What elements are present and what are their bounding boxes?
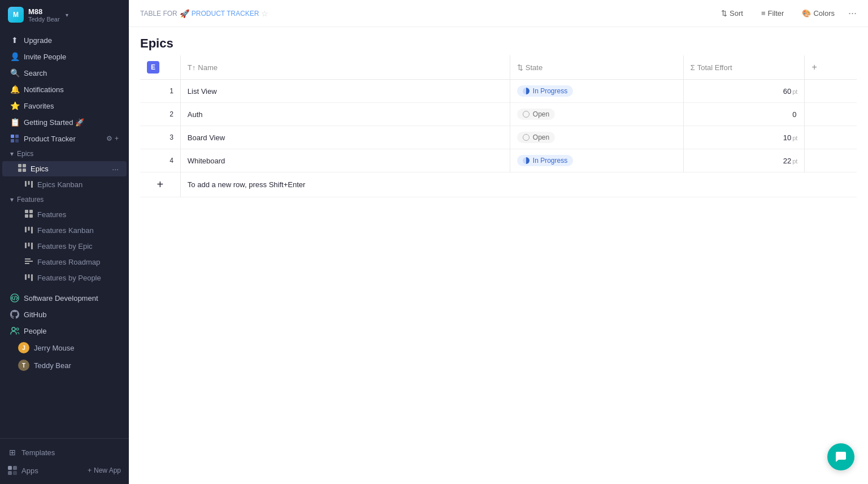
sidebar-item-features-roadmap[interactable]: Features Roadmap bbox=[2, 254, 127, 270]
notifications-label: Notifications bbox=[24, 85, 64, 94]
features-by-epic-label: Features by Epic bbox=[37, 242, 93, 250]
sidebar-item-epics-kanban[interactable]: Epics Kanban bbox=[2, 177, 127, 192]
svg-rect-31 bbox=[13, 466, 17, 470]
more-button[interactable]: ··· bbox=[848, 7, 857, 19]
svg-point-29 bbox=[16, 328, 19, 330]
breadcrumb-prefix: TABLE FOR bbox=[140, 10, 177, 18]
sidebar-item-templates[interactable]: ⊞ Templates bbox=[0, 443, 129, 461]
new-app-label: New App bbox=[94, 466, 121, 474]
sidebar-item-notifications[interactable]: 🔔 Notifications bbox=[2, 81, 127, 97]
svg-rect-20 bbox=[31, 243, 33, 249]
sidebar-item-features-by-epic[interactable]: Features by Epic bbox=[2, 239, 127, 254]
sidebar-item-epics[interactable]: Epics ··· bbox=[2, 161, 127, 176]
features-by-epic-icon bbox=[25, 241, 33, 251]
row-state-2[interactable]: Open bbox=[510, 103, 683, 126]
features-collapse-icon: ▾ bbox=[10, 196, 14, 204]
row-name-3[interactable]: Board View bbox=[180, 126, 510, 149]
state-badge-4[interactable]: In Progress bbox=[517, 155, 573, 166]
new-row-hint: To add a new row, press Shift+Enter bbox=[180, 172, 857, 197]
row-effort-2: 0 bbox=[683, 103, 805, 126]
favorites-label: Favorites bbox=[24, 102, 54, 110]
state-badge-2[interactable]: Open bbox=[517, 109, 555, 120]
sidebar-item-people[interactable]: People bbox=[2, 323, 127, 339]
new-app-action[interactable]: + New App bbox=[88, 466, 121, 474]
product-tracker-settings-icon[interactable]: ⚙ bbox=[106, 135, 112, 142]
sidebar-item-teddy[interactable]: T Teddy Bear bbox=[2, 357, 127, 374]
svg-rect-15 bbox=[25, 227, 27, 232]
sidebar-item-features-kanban[interactable]: Features Kanban bbox=[2, 223, 127, 238]
state-label-3: Open bbox=[533, 133, 549, 141]
sidebar-item-invite[interactable]: 👤 Invite People bbox=[2, 49, 127, 64]
state-badge-3[interactable]: Open bbox=[517, 132, 555, 143]
row-num-3: 3 bbox=[140, 126, 180, 149]
state-badge-1[interactable]: In Progress bbox=[517, 85, 573, 97]
svg-rect-10 bbox=[31, 181, 33, 188]
row-name-1[interactable]: List View bbox=[180, 80, 510, 103]
row-state-1[interactable]: In Progress bbox=[510, 80, 683, 103]
workspace-header[interactable]: M M88 Teddy Bear ▾ bbox=[0, 0, 129, 29]
software-dev-label: Software Development bbox=[24, 294, 98, 302]
new-app-button[interactable]: + New App bbox=[88, 466, 121, 474]
sidebar-item-product-tracker[interactable]: Product Tracker ⚙ + bbox=[2, 131, 127, 146]
svg-rect-26 bbox=[31, 274, 33, 281]
sort-button[interactable]: ⇅ Sort bbox=[717, 7, 748, 20]
svg-rect-12 bbox=[29, 210, 33, 213]
features-roadmap-label: Features Roadmap bbox=[37, 258, 100, 266]
row-name-4[interactable]: Whiteboard bbox=[180, 149, 510, 172]
th-effort[interactable]: Σ Total Effort bbox=[683, 55, 805, 80]
row-num-2: 2 bbox=[140, 103, 180, 126]
row-name-2[interactable]: Auth bbox=[180, 103, 510, 126]
sidebar-item-favorites[interactable]: ⭐ Favorites bbox=[2, 98, 127, 114]
th-name-label: Name bbox=[198, 63, 218, 72]
epics-grid-icon bbox=[18, 164, 26, 174]
svg-rect-5 bbox=[23, 164, 26, 167]
filter-icon: ≡ bbox=[761, 9, 766, 18]
epics-section-header[interactable]: ▾ Epics bbox=[2, 148, 127, 160]
epics-label: Epics bbox=[31, 165, 49, 173]
breadcrumb: TABLE FOR 🚀 PRODUCT TRACKER ☆ bbox=[140, 9, 268, 18]
th-name[interactable]: T↑ Name bbox=[180, 55, 510, 80]
th-state-icon: ⇅ bbox=[517, 63, 523, 72]
filter-button[interactable]: ≡ Filter bbox=[757, 7, 788, 20]
svg-rect-2 bbox=[11, 139, 14, 142]
sort-icon: ⇅ bbox=[721, 9, 727, 18]
sidebar-item-github[interactable]: GitHub bbox=[2, 306, 127, 322]
sidebar-item-features-by-people[interactable]: Features by People bbox=[2, 270, 127, 286]
getting-started-icon: 📋 bbox=[10, 118, 19, 127]
svg-rect-13 bbox=[25, 214, 28, 218]
th-add-column[interactable]: + bbox=[805, 55, 857, 80]
row-effort-1: 60pt bbox=[683, 80, 805, 103]
table-row: 4 Whiteboard In Progress 22pt bbox=[140, 149, 857, 172]
sidebar-item-getting-started[interactable]: 📋 Getting Started 🚀 bbox=[2, 114, 127, 130]
state-label-4: In Progress bbox=[533, 157, 567, 165]
breadcrumb-link[interactable]: PRODUCT TRACKER bbox=[192, 10, 259, 18]
th-state[interactable]: ⇅ State bbox=[510, 55, 683, 80]
sidebar-item-features[interactable]: Features bbox=[2, 207, 127, 222]
row-state-3[interactable]: Open bbox=[510, 126, 683, 149]
effort-value-3: 10 bbox=[783, 133, 791, 142]
sidebar-item-jerry[interactable]: J Jerry Mouse bbox=[2, 339, 127, 356]
row-extra-1 bbox=[805, 80, 857, 103]
sidebar-item-upgrade[interactable]: ⬆ Upgrade bbox=[2, 32, 127, 48]
svg-rect-19 bbox=[28, 243, 30, 247]
chat-bubble[interactable] bbox=[827, 443, 854, 470]
svg-rect-33 bbox=[13, 471, 17, 475]
new-row-hint-row: + To add a new row, press Shift+Enter bbox=[140, 172, 857, 197]
row-state-4[interactable]: In Progress bbox=[510, 149, 683, 172]
add-row-button[interactable]: + bbox=[140, 172, 180, 197]
features-by-people-label: Features by People bbox=[37, 274, 101, 282]
templates-icon: ⊞ bbox=[8, 448, 17, 457]
epics-more-icon[interactable]: ··· bbox=[112, 165, 119, 174]
sidebar-item-software-dev[interactable]: Software Development bbox=[2, 290, 127, 306]
breadcrumb-star-icon[interactable]: ☆ bbox=[261, 9, 268, 18]
effort-value-2: 0 bbox=[792, 110, 796, 119]
product-tracker-add-icon[interactable]: + bbox=[115, 135, 119, 142]
colors-button[interactable]: 🎨 Colors bbox=[797, 7, 839, 20]
product-tracker-actions: ⚙ + bbox=[106, 135, 119, 142]
features-section-header[interactable]: ▾ Features bbox=[2, 193, 127, 206]
search-icon: 🔍 bbox=[10, 68, 19, 77]
sidebar-item-search[interactable]: 🔍 Search bbox=[2, 65, 127, 81]
upgrade-icon: ⬆ bbox=[10, 36, 19, 45]
state-label-2: Open bbox=[533, 110, 549, 118]
sidebar-item-apps[interactable]: Apps + New App bbox=[0, 461, 129, 479]
